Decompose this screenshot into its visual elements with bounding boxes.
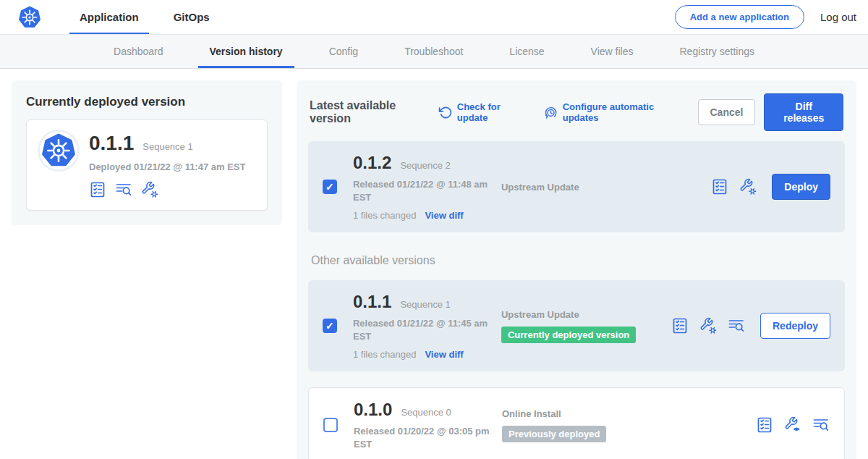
- version-row-0-1-0: 0.1.0 Sequence 0 Released 01/20/22 @ 03:…: [308, 387, 845, 459]
- subnav-license-label: License: [509, 46, 544, 57]
- refresh-icon: [438, 106, 452, 119]
- latest-available-title: Latest available version: [310, 99, 428, 125]
- view-config-icon[interactable]: [784, 416, 801, 434]
- subnav-view-files-label: View files: [591, 46, 634, 57]
- version-source: Online Install: [502, 408, 672, 419]
- tab-application-label: Application: [80, 11, 139, 23]
- subnav-dashboard-label: Dashboard: [114, 46, 163, 57]
- subnav-version-history-label: Version history: [210, 46, 283, 57]
- topnav-right: Add a new application Log out: [675, 5, 856, 29]
- redeploy-button[interactable]: Redeploy: [760, 313, 830, 339]
- version-source: Upstream Update: [501, 182, 671, 193]
- preflight-checks-icon[interactable]: [89, 181, 106, 198]
- app-sub-navigation: Dashboard Version history Config Trouble…: [0, 35, 868, 69]
- deployed-timestamp: Deployed 01/21/22 @ 11:47 am EST: [89, 161, 245, 172]
- previously-deployed-badge: Previously deployed: [502, 426, 606, 442]
- subnav-registry-settings[interactable]: Registry settings: [660, 35, 775, 68]
- tab-gitops-label: GitOps: [174, 11, 210, 23]
- kubernetes-logo-icon: [17, 5, 42, 30]
- currently-deployed-badge: Currently deployed version: [501, 327, 636, 343]
- view-diff-link[interactable]: View diff: [425, 210, 463, 221]
- subnav-dashboard[interactable]: Dashboard: [93, 35, 184, 68]
- preflight-checks-icon[interactable]: [711, 178, 728, 195]
- tab-application[interactable]: Application: [62, 0, 156, 34]
- top-navigation: Application GitOps Add a new application…: [0, 0, 868, 35]
- preflight-checks-icon[interactable]: [671, 317, 689, 334]
- configure-automatic-updates-label: Configure automatic updates: [563, 101, 679, 123]
- add-new-application-button[interactable]: Add a new application: [675, 5, 804, 29]
- schedule-update-icon: [544, 106, 558, 119]
- deploy-logs-icon[interactable]: [812, 416, 830, 434]
- other-available-versions-label: Other available versions: [311, 254, 842, 267]
- preflight-checks-icon[interactable]: [756, 416, 773, 434]
- subnav-license[interactable]: License: [489, 35, 564, 68]
- deployed-sequence: Sequence 1: [142, 141, 192, 152]
- version-checkbox-0-1-0[interactable]: [323, 418, 338, 432]
- logout-link[interactable]: Log out: [820, 11, 856, 23]
- view-diff-link[interactable]: View diff: [425, 349, 463, 360]
- subnav-view-files[interactable]: View files: [571, 35, 654, 68]
- version-number: 0.1.2: [353, 153, 391, 173]
- subnav-troubleshoot-label: Troubleshoot: [404, 46, 463, 57]
- configure-automatic-updates-link[interactable]: Configure automatic updates: [544, 101, 679, 123]
- currently-deployed-title: Currently deployed version: [26, 95, 268, 109]
- version-number: 0.1.1: [353, 292, 391, 312]
- version-checkbox-0-1-2[interactable]: [323, 180, 337, 194]
- panel-header: Latest available version Check for updat…: [310, 93, 843, 131]
- check-for-update-label: Check for update: [457, 101, 525, 123]
- version-sequence: Sequence 2: [400, 160, 450, 171]
- deployed-version-number: 0.1.1: [89, 132, 134, 155]
- version-checkbox-0-1-1[interactable]: [323, 319, 337, 333]
- config-icon[interactable]: [699, 317, 717, 334]
- subnav-registry-settings-label: Registry settings: [680, 46, 754, 57]
- released-timestamp: Released 01/20/22 @ 03:05 pm EST: [354, 425, 502, 450]
- app-tabs: Application GitOps: [62, 0, 227, 34]
- deploy-button[interactable]: Deploy: [772, 174, 830, 200]
- config-icon[interactable]: [739, 178, 757, 195]
- deployed-version-box: 0.1.1 Sequence 1 Deployed 01/21/22 @ 11:…: [26, 119, 268, 211]
- diff-releases-button[interactable]: Diff releases: [764, 93, 843, 131]
- subnav-config-label: Config: [329, 46, 358, 57]
- version-sequence: Sequence 1: [400, 299, 450, 310]
- app-kubernetes-icon: [40, 132, 77, 169]
- available-versions-panel: Latest available version Check for updat…: [297, 80, 856, 459]
- check-for-update-link[interactable]: Check for update: [438, 101, 525, 123]
- version-row-0-1-1: 0.1.1 Sequence 1 Released 01/21/22 @ 11:…: [308, 280, 845, 371]
- cancel-button[interactable]: Cancel: [698, 99, 756, 125]
- config-icon[interactable]: [141, 181, 158, 198]
- tab-gitops[interactable]: GitOps: [156, 0, 227, 34]
- files-changed-label: 1 files changed: [353, 210, 416, 221]
- released-timestamp: Released 01/21/22 @ 11:48 am EST: [353, 178, 501, 203]
- subnav-config[interactable]: Config: [309, 35, 378, 68]
- files-changed-label: 1 files changed: [353, 349, 416, 360]
- subnav-troubleshoot[interactable]: Troubleshoot: [384, 35, 483, 68]
- version-sequence: Sequence 0: [401, 407, 451, 418]
- deploy-logs-icon[interactable]: [115, 181, 132, 198]
- version-row-0-1-2: 0.1.2 Sequence 2 Released 01/21/22 @ 11:…: [308, 141, 845, 232]
- deploy-logs-icon[interactable]: [728, 317, 745, 334]
- version-source: Upstream Update: [501, 309, 671, 320]
- currently-deployed-card: Currently deployed version 0.1.1 Sequenc…: [12, 80, 282, 225]
- subnav-version-history[interactable]: Version history: [190, 35, 303, 68]
- released-timestamp: Released 01/21/22 @ 11:45 am EST: [353, 317, 501, 342]
- version-number: 0.1.0: [354, 400, 392, 420]
- main-content: Currently deployed version 0.1.1 Sequenc…: [0, 69, 868, 459]
